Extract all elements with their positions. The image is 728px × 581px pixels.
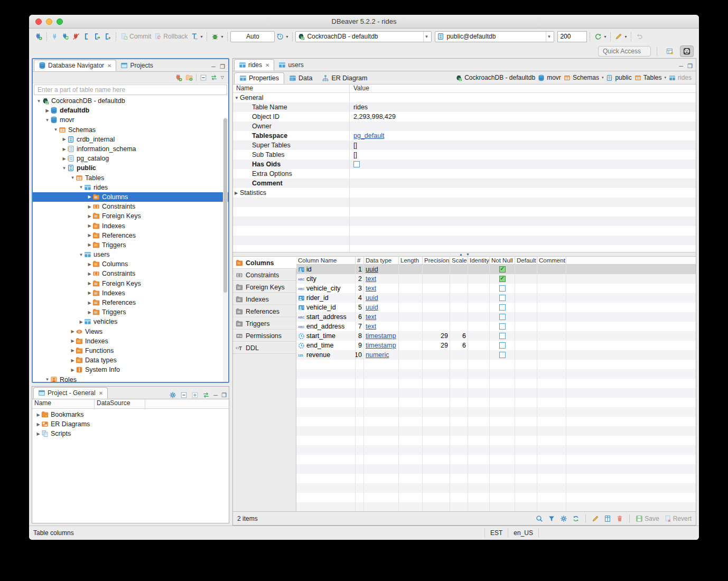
- column-datatype-link[interactable]: text: [366, 275, 376, 283]
- not-null-checkbox[interactable]: [499, 295, 506, 301]
- tree-collapsed-icon[interactable]: ▶: [70, 329, 76, 334]
- tree-collapsed-icon[interactable]: ▶: [87, 242, 92, 247]
- not-null-checkbox[interactable]: [499, 352, 506, 358]
- tree-collapsed-icon[interactable]: ▶: [70, 368, 76, 372]
- open-sql-script-button[interactable]: [92, 32, 102, 41]
- tree-item-indexes[interactable]: ▶Indexes: [33, 288, 228, 298]
- new-folder-icon[interactable]: [185, 74, 193, 81]
- breadcrumb-movr[interactable]: movr: [538, 74, 561, 81]
- tab-projects[interactable]: Projects: [116, 60, 157, 71]
- tree-item-system-info[interactable]: ▶System Info: [33, 365, 228, 374]
- columns-layout-icon[interactable]: [604, 515, 611, 522]
- not-null-checkbox[interactable]: [499, 304, 506, 311]
- tree-collapsed-icon[interactable]: ▶: [35, 432, 41, 436]
- property-row-sub-tables[interactable]: Sub Tables[]: [233, 150, 696, 160]
- view-menu-chevron-icon[interactable]: ▽: [221, 75, 224, 80]
- tree-item-columns[interactable]: ▶Columns: [33, 192, 228, 202]
- link-editor-icon[interactable]: [210, 74, 218, 81]
- connect-button[interactable]: [50, 32, 60, 41]
- splitter-sash[interactable]: ▲▼: [233, 252, 696, 257]
- rollback-button[interactable]: Rollback: [153, 32, 189, 41]
- tree-item-foreign-keys[interactable]: ▶Foreign Keys: [33, 279, 228, 288]
- tree-collapsed-icon[interactable]: ▶: [87, 281, 92, 286]
- minimize-panel-button[interactable]: ─: [679, 63, 683, 69]
- grid-column-header-precision[interactable]: Precision: [423, 257, 450, 264]
- tree-collapsed-icon[interactable]: ▶: [87, 271, 92, 276]
- close-icon[interactable]: ✕: [99, 390, 103, 396]
- tree-item-movr[interactable]: ▼movr: [33, 115, 228, 125]
- tree-collapsed-icon[interactable]: ▶: [87, 301, 92, 305]
- navigator-scrollbar[interactable]: [223, 117, 228, 382]
- collapse-all-icon[interactable]: [200, 74, 207, 81]
- sash-up-icon[interactable]: ▲: [459, 252, 463, 256]
- filter-icon[interactable]: [548, 515, 555, 522]
- tab-project-general[interactable]: Project - General ✕: [33, 387, 108, 399]
- commit-mode-combo[interactable]: Auto: [230, 31, 275, 42]
- column-datatype-link[interactable]: text: [366, 285, 376, 292]
- property-value[interactable]: pg_default: [353, 132, 384, 139]
- tree-item-cockroachdb-defaultdb[interactable]: ▼CockroachDB - defaultdb: [33, 96, 228, 106]
- tree-collapsed-icon[interactable]: ▶: [78, 320, 84, 324]
- project-col-name[interactable]: Name: [32, 399, 95, 408]
- chevron-down-icon[interactable]: ▾: [602, 76, 604, 80]
- has-oids-checkbox[interactable]: [353, 161, 360, 167]
- column-datatype-link[interactable]: numeric: [366, 351, 389, 359]
- expand-all-icon[interactable]: [191, 391, 199, 399]
- edit-button[interactable]: ▾: [613, 32, 628, 41]
- column-row-end_address[interactable]: ABCend_address7text: [296, 322, 696, 331]
- detail-tab-references[interactable]: References: [233, 305, 296, 317]
- commit-button[interactable]: Commit: [119, 32, 153, 41]
- grid-column-header-data-type[interactable]: Data type: [364, 257, 399, 264]
- tree-item-pg-catalog[interactable]: ▶pg_catalog: [33, 154, 228, 163]
- tree-item-columns[interactable]: ▶Columns: [33, 259, 228, 269]
- tree-collapsed-icon[interactable]: ▶: [61, 137, 67, 142]
- tree-item-references[interactable]: ▶References: [33, 298, 228, 307]
- detail-tab-constraints[interactable]: Constraints: [233, 269, 296, 281]
- tree-collapsed-icon[interactable]: ▶: [35, 413, 41, 417]
- disconnect-button[interactable]: [71, 32, 81, 41]
- tree-expanded-icon[interactable]: ▼: [44, 377, 50, 382]
- tree-item-constraints[interactable]: ▶Constraints: [33, 202, 228, 211]
- tree-item-views[interactable]: ▶Views: [33, 327, 228, 336]
- column-row-vehicle_city[interactable]: ABCvehicle_city3text: [296, 284, 696, 293]
- table-filter-input[interactable]: [34, 85, 227, 95]
- column-row-vehicle_id[interactable]: vehicle_id5uuid: [296, 303, 696, 312]
- tree-item-triggers[interactable]: ▶Triggers: [33, 240, 228, 250]
- delete-icon[interactable]: [616, 515, 623, 522]
- property-row-extra-options[interactable]: Extra Options: [233, 169, 696, 179]
- settings-gear-icon[interactable]: [560, 515, 567, 522]
- refresh-button[interactable]: ▾: [593, 32, 608, 41]
- dbeaver-perspective-button[interactable]: [680, 45, 694, 57]
- not-null-checkbox[interactable]: [499, 276, 506, 282]
- new-sql-editor-button[interactable]: [102, 32, 113, 41]
- property-row-general[interactable]: ▼General: [233, 93, 696, 102]
- tree-item-foreign-keys[interactable]: ▶Foreign Keys: [33, 211, 228, 221]
- subtab-er-diagram[interactable]: ER Diagram: [317, 72, 372, 84]
- tree-collapsed-icon[interactable]: ▶: [87, 223, 92, 228]
- new-connection-button[interactable]: [33, 32, 44, 41]
- schema-combo[interactable]: public@defaultdb ▼: [435, 31, 554, 42]
- connection-combo[interactable]: CockroachDB - defaultdb ▼: [295, 31, 432, 42]
- tree-item-triggers[interactable]: ▶Triggers: [33, 307, 228, 317]
- tree-collapsed-icon[interactable]: ▶: [44, 108, 50, 113]
- breadcrumb-cockroachdb-defaultdb[interactable]: CockroachDB - defaultdb: [455, 74, 535, 81]
- fetch-size-input[interactable]: [557, 31, 587, 42]
- reconnect-button[interactable]: [60, 32, 71, 41]
- tree-expanded-icon[interactable]: ▼: [70, 175, 76, 180]
- column-row-id[interactable]: id1uuid: [296, 265, 696, 274]
- link-editor-icon[interactable]: [202, 391, 210, 399]
- tree-item-references[interactable]: ▶References: [33, 231, 228, 240]
- property-row-tablespace[interactable]: Tablespacepg_default: [233, 131, 696, 140]
- column-datatype-link[interactable]: uuid: [366, 294, 378, 302]
- detail-tab-foreign-keys[interactable]: Foreign Keys: [233, 281, 296, 293]
- close-icon[interactable]: ✕: [265, 62, 269, 68]
- column-datatype-link[interactable]: text: [366, 323, 376, 330]
- not-null-checkbox[interactable]: [499, 314, 506, 320]
- breadcrumb-schemas[interactable]: Schemas▾: [564, 74, 604, 81]
- column-row-start_address[interactable]: ABCstart_address6text: [296, 312, 696, 322]
- project-item-scripts[interactable]: ▶Scripts: [32, 429, 229, 438]
- grid-column-header-comment[interactable]: Comment: [537, 257, 566, 264]
- tree-item-tables[interactable]: ▼Tables: [33, 173, 228, 183]
- tree-item-constraints[interactable]: ▶Constraints: [33, 269, 228, 278]
- tab-database-navigator[interactable]: Database Navigator ✕: [34, 60, 116, 71]
